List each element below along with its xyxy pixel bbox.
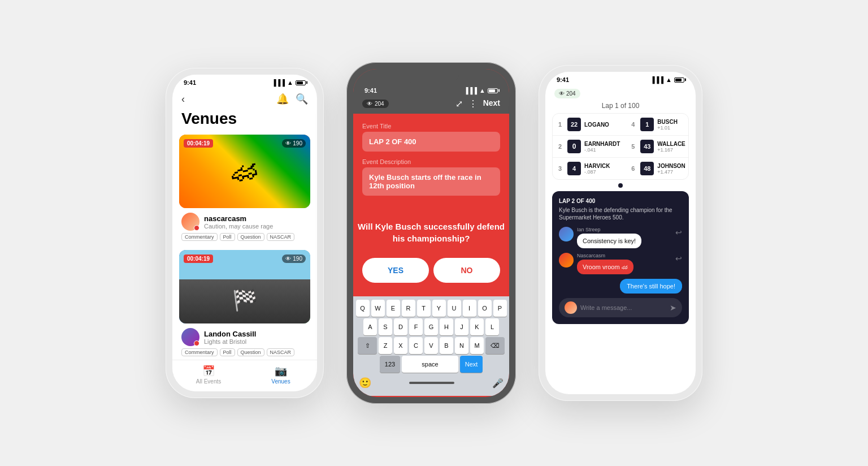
key-j[interactable]: J <box>455 318 468 335</box>
event-desc-input[interactable]: Kyle Busch starts off the race in 12th p… <box>362 167 500 196</box>
driver-row-1: 1 22 LOGANO <box>553 114 626 136</box>
divider <box>545 180 696 191</box>
key-k[interactable]: K <box>470 318 484 335</box>
key-shift[interactable]: ⇧ <box>358 337 377 354</box>
key-o[interactable]: O <box>478 300 492 317</box>
chat-input-field[interactable]: Write a message... <box>580 304 666 311</box>
venue-user-2: Landon Cassill Lights at Bristol <box>181 328 308 346</box>
driver-name-4: BUSCH <box>657 119 678 125</box>
no-button[interactable]: NO <box>433 258 500 283</box>
chat-bubble-2: Vroom vroom 🏎 <box>577 260 633 274</box>
venue-user-details-1: nascarcasm Caution, may cause rage <box>204 214 273 230</box>
expand-icon[interactable]: ⤢ <box>455 98 463 109</box>
eye-icon: 👁 <box>285 140 291 146</box>
kb-row-1: Q W E R T Y U I O P <box>354 300 508 317</box>
key-u[interactable]: U <box>448 300 461 317</box>
event-form: Event Title LAP 2 OF 400 Event Descripti… <box>353 114 509 212</box>
key-space[interactable]: space <box>402 356 458 373</box>
back-button[interactable]: ‹ <box>181 93 185 105</box>
venue-timer-2: 00:04:19 <box>184 254 213 263</box>
driver-name-6: JOHNSON <box>657 163 685 169</box>
chat-input-avatar <box>565 301 577 314</box>
emoji-icon[interactable]: 🙂 <box>359 377 371 389</box>
time-3: 9:41 <box>557 76 569 83</box>
nav-venues[interactable]: 📷 Venues <box>245 365 317 385</box>
key-p[interactable]: P <box>493 300 507 317</box>
driver-info-5: WALLACE +1.167 <box>657 141 685 153</box>
driver-diff-4: +1.01 <box>657 125 678 131</box>
key-e[interactable]: E <box>387 300 400 317</box>
nav-all-events[interactable]: 📅 All Events <box>172 365 245 385</box>
key-b[interactable]: B <box>440 337 453 354</box>
chat-sender-1: Ian Streep <box>577 227 672 232</box>
tag-nascar: NASCAR <box>267 233 295 241</box>
key-z[interactable]: Z <box>379 337 392 354</box>
search-icon[interactable]: 🔍 <box>296 93 308 105</box>
yes-button[interactable]: YES <box>362 258 429 283</box>
next-button[interactable]: Next <box>483 98 500 109</box>
driver-pos-4: 4 <box>631 121 637 128</box>
driver-diff-2: -.041 <box>584 147 620 153</box>
key-next[interactable]: Next <box>460 356 483 373</box>
key-y[interactable]: Y <box>432 300 446 317</box>
key-i[interactable]: I <box>463 300 476 317</box>
chat-bubble-1: Consistency is key! <box>577 234 641 248</box>
chat-bubble-wrap-2: Nascarcasm Vroom vroom 🏎 <box>577 253 672 274</box>
tag-nascar-2: NASCAR <box>267 348 295 356</box>
chat-input-bar[interactable]: Write a message... ➤ <box>559 298 682 317</box>
driver-num-2: 0 <box>567 140 581 153</box>
key-f[interactable]: F <box>409 318 423 335</box>
key-s[interactable]: S <box>379 318 392 335</box>
key-delete[interactable]: ⌫ <box>485 337 505 354</box>
form-area: Event Title LAP 2 OF 400 Event Descripti… <box>353 114 509 296</box>
driver-row-2: 2 0 EARNHARDT -.041 <box>553 136 626 158</box>
key-l[interactable]: L <box>485 318 499 335</box>
key-q[interactable]: Q <box>356 300 370 317</box>
key-v[interactable]: V <box>424 337 438 354</box>
key-r[interactable]: R <box>402 300 415 317</box>
reply-icon-1[interactable]: ↩ <box>675 228 682 237</box>
key-t[interactable]: T <box>417 300 431 317</box>
reply-icon-2[interactable]: ↩ <box>675 254 682 263</box>
venue-card-1[interactable]: 00:04:19 👁 190 nascarcasm Caution, may c… <box>179 135 310 241</box>
venue-card-2[interactable]: 00:04:19 👁 190 Landon Cassill Lights at … <box>179 250 310 356</box>
tag-commentary: Commentary <box>181 233 218 241</box>
key-a[interactable]: A <box>363 318 377 335</box>
notification-icon[interactable]: 🔔 <box>276 93 289 105</box>
lap-info: Lap 1 of 100 <box>545 101 696 113</box>
key-x[interactable]: X <box>394 337 407 354</box>
key-n[interactable]: N <box>455 337 468 354</box>
driver-diff-6: +1.477 <box>657 169 685 175</box>
driver-num-6: 48 <box>640 162 654 175</box>
driver-pos-2: 2 <box>558 143 564 150</box>
driver-pos-1: 1 <box>558 121 564 128</box>
chat-event-label: LAP 2 OF 400 <box>559 198 682 204</box>
kb-row-2: A S D F G H J K L <box>354 318 508 335</box>
event-desc-label: Event Description <box>362 158 500 165</box>
key-d[interactable]: D <box>394 318 407 335</box>
driver-name-5: WALLACE <box>657 141 685 147</box>
key-123[interactable]: 123 <box>380 356 400 373</box>
chat-bubble-3: There's still hope! <box>620 279 682 294</box>
phone-1: 9:41 ▐▐▐ ▲ ‹ 🔔 🔍 Venues 00:04:19 👁 <box>166 68 324 398</box>
mic-icon[interactable]: 🎤 <box>492 378 504 389</box>
time-1: 9:41 <box>184 79 196 86</box>
header-3: 👁 204 <box>545 85 696 101</box>
send-icon[interactable]: ➤ <box>670 303 676 312</box>
key-w[interactable]: W <box>371 300 385 317</box>
driver-pos-6: 6 <box>631 165 637 172</box>
header-icons: 🔔 🔍 <box>276 93 308 105</box>
more-icon[interactable]: ⋮ <box>468 98 478 109</box>
chat-avatar-1 <box>559 227 574 241</box>
key-m[interactable]: M <box>470 337 484 354</box>
event-title-input[interactable]: LAP 2 OF 400 <box>362 132 500 152</box>
wifi-icon-3: ▲ <box>666 76 672 83</box>
key-h[interactable]: H <box>440 318 453 335</box>
key-c[interactable]: C <box>409 337 423 354</box>
chat-area: LAP 2 OF 400 Kyle Busch is the defending… <box>552 191 689 324</box>
venue-viewers-1: 👁 190 <box>282 139 306 148</box>
venue-user-1: nascarcasm Caution, may cause rage <box>181 213 308 231</box>
topbar-2: 👁 204 ⤢ ⋮ Next <box>353 96 509 114</box>
status-icons-2: ▐▐▐ ▲ <box>464 87 498 94</box>
key-g[interactable]: G <box>424 318 438 335</box>
